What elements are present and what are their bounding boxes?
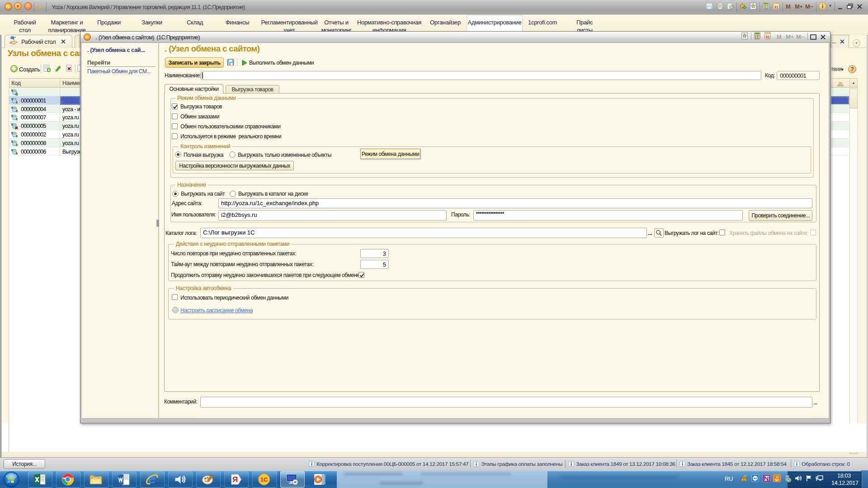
svg-text:Я: Я <box>232 475 238 484</box>
svg-text:1С: 1С <box>260 476 268 483</box>
svg-text:31: 31 <box>774 5 778 9</box>
svg-text:31: 31 <box>765 35 770 39</box>
